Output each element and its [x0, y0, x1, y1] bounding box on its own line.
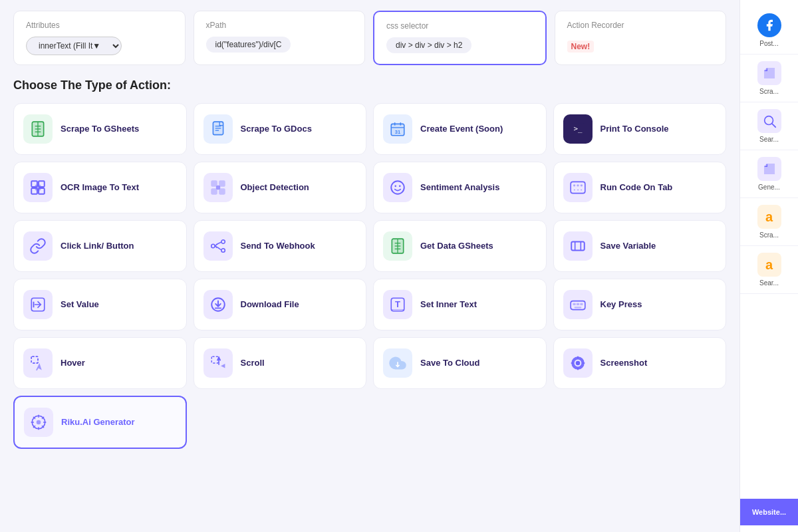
send-webhook-icon — [203, 231, 233, 261]
action-click-link-label: Click Link/ Button — [61, 241, 134, 252]
action-save-variable-label: Save Variable — [600, 241, 656, 252]
action-hover-label: Hover — [61, 358, 85, 369]
main-content: Attributes innerText (Fill It▼ xPath id(… — [0, 0, 739, 532]
search1-icon — [757, 109, 781, 133]
action-download-file-label: Download File — [241, 299, 299, 311]
action-scrape-gdocs-label: Scrape To GDocs — [241, 124, 312, 135]
save-variable-icon — [563, 231, 593, 261]
get-data-gsheets-icon — [383, 231, 412, 261]
svg-point-69 — [37, 420, 41, 425]
action-download-file[interactable]: Download File — [194, 279, 367, 331]
sidebar-facebook-label: Post... — [759, 40, 778, 47]
xpath-label: xPath — [206, 21, 353, 30]
action-key-press[interactable]: Key Press — [553, 279, 727, 331]
action-get-data-gsheets-label: Get Data GSheets — [420, 241, 493, 252]
sidebar-item-generate[interactable]: Gene... — [740, 150, 798, 198]
action-save-variable[interactable]: Save Variable — [553, 220, 727, 272]
svg-rect-46 — [571, 242, 585, 251]
action-object-detection-label: Object Detection — [241, 182, 309, 194]
attributes-card: Attributes innerText (Fill It▼ — [13, 11, 186, 65]
action-hover[interactable]: Hover — [13, 337, 187, 389]
action-screenshot[interactable]: Screenshot — [553, 337, 727, 389]
action-scrape-gdocs[interactable]: Scrape To GDocs — [194, 103, 367, 155]
key-press-icon — [563, 290, 593, 319]
sidebar-item-search2[interactable]: a Sear... — [740, 246, 798, 294]
xpath-card: xPath id("features")/div[C — [194, 11, 366, 65]
selectors-row: Attributes innerText (Fill It▼ xPath id(… — [13, 11, 726, 65]
riku-generator-icon — [24, 408, 53, 437]
action-run-code-tab[interactable]: ··· Run Code On Tab — [553, 162, 727, 213]
recorder-badge: New! — [567, 41, 595, 53]
action-screenshot-label: Screenshot — [600, 358, 648, 369]
section-title: Choose The Type of Action: — [13, 78, 726, 92]
create-event-icon: 31 — [383, 114, 412, 144]
action-set-value[interactable]: Set Value — [13, 279, 187, 331]
action-print-console[interactable]: >_ Print To Console — [553, 103, 727, 155]
actions-grid: Scrape To GSheets Scrape To GDocs — [13, 103, 726, 449]
svg-rect-23 — [35, 185, 41, 191]
action-ocr-image-label: OCR Image To Text — [61, 182, 139, 194]
action-scroll[interactable]: Scroll — [194, 337, 367, 389]
svg-line-71 — [772, 124, 775, 127]
action-run-code-tab-label: Run Code On Tab — [600, 182, 673, 194]
action-scrape-gsheets[interactable]: Scrape To GSheets — [13, 103, 187, 155]
action-create-event[interactable]: 31 Create Event (Soon) — [373, 103, 547, 155]
svg-rect-59 — [580, 303, 583, 305]
action-create-event-label: Create Event (Soon) — [420, 124, 503, 135]
action-sentiment-analysis[interactable]: Sentiment Analysis — [373, 162, 547, 213]
svg-point-67 — [575, 361, 580, 366]
action-set-inner-text[interactable]: T Set Inner Text — [373, 279, 547, 331]
action-click-link[interactable]: Click Link/ Button — [13, 220, 187, 272]
download-file-icon — [203, 290, 233, 319]
action-set-value-label: Set Value — [61, 299, 99, 311]
scrape-gdocs-icon — [203, 114, 233, 144]
svg-point-38 — [221, 240, 224, 243]
scrape2-icon: a — [757, 205, 781, 229]
sidebar-search2-label: Sear... — [759, 279, 779, 287]
action-save-cloud[interactable]: Save To Cloud — [373, 337, 547, 389]
action-save-cloud-label: Save To Cloud — [420, 358, 479, 369]
sentiment-analysis-icon — [383, 173, 412, 202]
facebook-icon — [757, 13, 781, 37]
ocr-image-icon — [23, 173, 53, 202]
sidebar-item-scrape1[interactable]: Scra... — [740, 55, 798, 102]
css-label: css selector — [386, 21, 533, 31]
scroll-icon — [203, 348, 233, 378]
sidebar-search1-label: Sear... — [759, 136, 779, 143]
action-riku-generator[interactable]: Riku.Ai Generator — [13, 396, 187, 449]
svg-text:···: ··· — [573, 187, 583, 194]
search2-icon: a — [757, 253, 781, 277]
website-button[interactable]: Website... — [740, 499, 798, 525]
sidebar-item-search1[interactable]: Sear... — [740, 102, 798, 150]
set-inner-text-icon: T — [383, 290, 412, 319]
screenshot-icon — [563, 348, 593, 378]
svg-text:T: T — [395, 299, 400, 309]
save-cloud-icon — [383, 348, 412, 378]
sidebar-item-facebook[interactable]: Post... — [740, 7, 798, 55]
svg-rect-27 — [219, 189, 225, 194]
scrape1-icon — [757, 61, 781, 85]
action-get-data-gsheets[interactable]: Get Data GSheets — [373, 220, 547, 272]
attributes-label: Attributes — [26, 21, 173, 30]
attributes-dropdown[interactable]: innerText (Fill It▼ — [26, 37, 122, 55]
svg-point-31 — [399, 186, 401, 188]
action-scrape-gsheets-label: Scrape To GSheets — [61, 124, 139, 135]
action-set-inner-text-label: Set Inner Text — [420, 299, 477, 311]
css-value: div > div > div > h2 — [386, 37, 471, 53]
action-riku-generator-label: Riku.Ai Generator — [61, 417, 135, 428]
recorder-label: Action Recorder — [567, 21, 714, 30]
svg-rect-24 — [211, 181, 217, 186]
action-scroll-label: Scroll — [241, 358, 265, 369]
sidebar-item-scrape2[interactable]: a Scra... — [740, 198, 798, 246]
xpath-value: id("features")/div[C — [206, 37, 291, 53]
svg-rect-60 — [574, 307, 581, 308]
action-print-console-label: Print To Console — [600, 124, 669, 135]
svg-rect-57 — [573, 303, 575, 305]
action-object-detection[interactable]: Object Detection — [194, 162, 367, 213]
action-ocr-image[interactable]: OCR Image To Text — [13, 162, 187, 213]
set-value-icon — [23, 290, 53, 319]
svg-point-39 — [221, 249, 224, 252]
svg-point-29 — [391, 181, 404, 194]
svg-rect-25 — [219, 181, 225, 186]
action-send-webhook[interactable]: Send To Webhook — [194, 220, 367, 272]
